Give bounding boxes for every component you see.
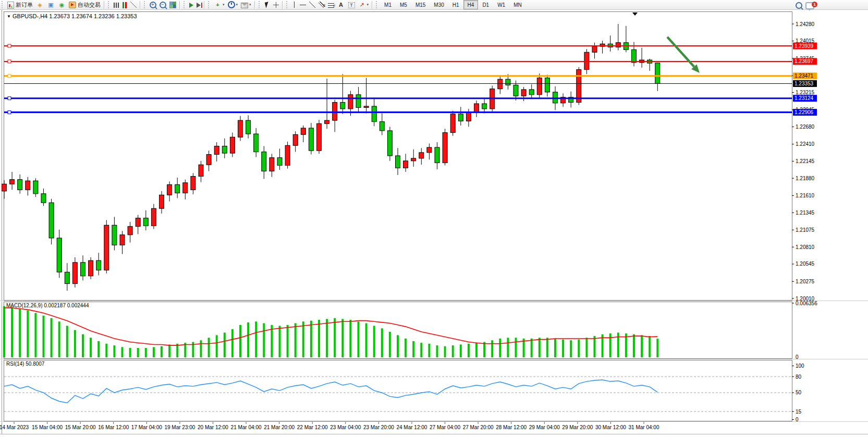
templates-button[interactable]: ▾ — [239, 0, 253, 9]
auto-scroll-button[interactable] — [188, 0, 195, 9]
macd-bar — [153, 347, 155, 357]
line-handle[interactable] — [8, 111, 11, 114]
candle — [616, 43, 620, 47]
macd-bar — [468, 344, 470, 357]
zoom-out-button[interactable] — [158, 0, 168, 9]
chat-button[interactable]: 1 — [804, 1, 816, 10]
macd-bar — [562, 340, 564, 357]
macd-bar — [641, 335, 643, 357]
arrows-tool[interactable]: ↗▾ — [357, 0, 371, 9]
macd-bar — [475, 343, 478, 357]
horizontal-line-tool[interactable] — [298, 0, 308, 9]
candle — [356, 95, 361, 108]
macd-bar — [373, 326, 375, 357]
candle — [506, 79, 510, 85]
signals-icon[interactable]: ◉ — [56, 0, 67, 9]
tile-windows-button-icon — [169, 2, 176, 8]
tf-mn[interactable]: MN — [509, 0, 526, 9]
candle — [655, 63, 660, 83]
macd-bar — [255, 321, 257, 357]
candle — [474, 104, 479, 112]
channel-tool-icon — [319, 2, 325, 8]
candlestick-chart-button[interactable] — [120, 0, 129, 9]
candle — [143, 218, 148, 226]
trendline-tool[interactable] — [308, 0, 317, 9]
text-tool-icon: A — [337, 1, 345, 8]
label-tool[interactable]: T — [347, 0, 357, 9]
line-handle[interactable] — [8, 44, 11, 47]
macd-bar — [216, 335, 218, 357]
toolbar-separator — [104, 1, 105, 9]
fibonacci-tool[interactable] — [326, 0, 336, 9]
candle — [521, 90, 526, 96]
periods-button[interactable]: ▾ — [226, 0, 240, 9]
candle — [175, 185, 180, 193]
text-tool[interactable]: A — [336, 0, 347, 9]
line-handle[interactable] — [8, 74, 11, 78]
vertical-line-tool[interactable] — [290, 0, 298, 9]
macd-bar — [113, 345, 115, 357]
new-order-button[interactable]: 新订单 — [6, 0, 34, 9]
remote-terminal-icon[interactable]: ▣ — [45, 0, 56, 9]
tf-h1[interactable]: H1 — [448, 0, 463, 9]
candle — [387, 131, 392, 156]
macd-bar — [594, 336, 596, 357]
time-axis-label: 21 Mar 20:00 — [264, 424, 295, 430]
candle — [104, 225, 109, 270]
time-axis-label: 21 Mar 04:00 — [231, 424, 262, 430]
macd-bar — [27, 310, 29, 357]
price-tick-label: 1.21345 — [796, 210, 815, 216]
tf-m15[interactable]: M15 — [411, 0, 430, 9]
zoom-in-button[interactable] — [148, 0, 158, 9]
dropdown-arrow-icon: ▾ — [223, 3, 225, 7]
line-handle[interactable] — [8, 97, 11, 100]
line-handle[interactable] — [8, 60, 11, 63]
indicators-button[interactable]: +▾ — [212, 0, 226, 9]
chart-canvas[interactable]: 1.242801.240151.237451.234751.232151.229… — [0, 0, 868, 437]
chart-shift-button[interactable] — [195, 0, 202, 9]
candle — [191, 177, 195, 190]
tile-windows-button[interactable] — [168, 0, 178, 9]
candle — [285, 145, 290, 165]
search-button[interactable] — [794, 1, 804, 10]
macd-bar — [34, 313, 36, 357]
rsi-axis-label: 50 — [796, 390, 802, 395]
macd-bar — [129, 348, 131, 357]
tf-m30[interactable]: M30 — [430, 0, 448, 9]
tf-d1[interactable]: D1 — [478, 0, 493, 9]
vertical-line-tool-icon — [292, 2, 297, 8]
candle — [222, 146, 227, 153]
deposit-icon[interactable]: ◈ — [34, 0, 45, 9]
cursor-tool-button[interactable] — [263, 0, 272, 9]
macd-bar — [649, 336, 651, 357]
tf-m1[interactable]: M1 — [380, 0, 396, 9]
tf-m5[interactable]: M5 — [396, 0, 411, 9]
macd-bar — [90, 338, 92, 357]
tf-w1[interactable]: W1 — [493, 0, 509, 9]
auto-trading-button[interactable]: 自动交易 — [67, 0, 102, 9]
macd-bar — [263, 323, 265, 357]
candle — [262, 152, 266, 171]
label-tool-icon: T — [348, 2, 355, 8]
candle — [293, 134, 298, 145]
tf-m30-label: M30 — [431, 2, 446, 8]
macd-bar — [97, 341, 100, 357]
time-axis-label: 22 Mar 12:00 — [297, 424, 328, 430]
tf-h4[interactable]: H4 — [463, 0, 479, 9]
line-chart-button[interactable] — [129, 0, 138, 9]
main-toolbar: 新订单◈▣◉自动交易+▾▾▾AT↗▾M1M5M15M30H1H4D1W1MN1 — [0, 0, 868, 10]
tf-w1-label: W1 — [495, 2, 508, 8]
macd-bar — [578, 340, 580, 357]
macd-bar — [3, 306, 5, 357]
time-axis-label: 15 Mar 20:00 — [65, 424, 96, 430]
price-badge-label: 1.22906 — [794, 109, 814, 115]
price-badge-label: 1.23697 — [794, 58, 814, 64]
rsi-axis-label: 100 — [796, 363, 804, 369]
bar-chart-button[interactable] — [112, 0, 120, 9]
channel-tool[interactable] — [317, 0, 326, 9]
chart-title: GBPUSD-,H4 1.23673 1.23674 1.23236 1.233… — [13, 13, 137, 19]
candle — [443, 133, 447, 163]
candle — [65, 272, 69, 283]
candle — [301, 128, 305, 134]
crosshair-tool-button[interactable] — [272, 0, 280, 9]
